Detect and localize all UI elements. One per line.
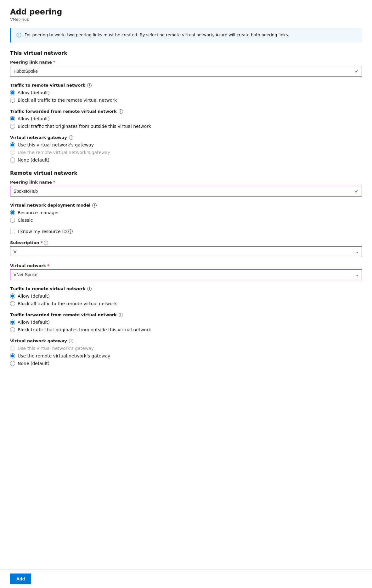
remote-peering-link-group: Peering link name * ✓ bbox=[10, 180, 362, 197]
this-peering-link-input-wrapper: ✓ bbox=[10, 66, 362, 77]
remote-traffic-remote-radio-group: Allow (default) Block all traffic to the… bbox=[10, 294, 362, 306]
remote-gateway-info-icon[interactable]: i bbox=[69, 339, 73, 343]
virtual-network-select[interactable]: VNet-Spoke bbox=[10, 269, 362, 280]
deployment-model-rm[interactable]: Resource manager bbox=[10, 210, 362, 215]
info-banner: ⓘ For peering to work, two peering links… bbox=[10, 28, 362, 43]
remote-gateway-radio-group: Use this virtual network's gateway Use t… bbox=[10, 346, 362, 366]
this-traffic-remote-radio-group: Allow (default) Block all traffic to the… bbox=[10, 90, 362, 103]
remote-traffic-forwarded-group: Traffic forwarded from remote virtual ne… bbox=[10, 312, 362, 332]
this-gateway-radio-group: Use this virtual network's gateway Use t… bbox=[10, 142, 362, 163]
page-subtitle: VNet-hub bbox=[10, 17, 362, 22]
traffic-remote-info-icon[interactable]: i bbox=[87, 83, 92, 88]
deployment-model-classic[interactable]: Classic bbox=[10, 218, 362, 223]
traffic-forwarded-info-icon[interactable]: i bbox=[119, 109, 123, 114]
remote-traffic-remote-block[interactable]: Block all traffic to the remote virtual … bbox=[10, 301, 362, 306]
this-traffic-forwarded-block[interactable]: Block traffic that originates from outsi… bbox=[10, 124, 362, 129]
remote-traffic-forwarded-info-icon[interactable]: i bbox=[119, 313, 123, 317]
required-star-3: * bbox=[40, 240, 42, 245]
resource-id-label: I know my resource ID i bbox=[18, 229, 73, 234]
subscription-select[interactable]: V bbox=[10, 246, 362, 257]
deployment-model-group: Virtual network deployment model i Resou… bbox=[10, 203, 362, 223]
resource-id-group: I know my resource ID i bbox=[10, 229, 362, 234]
info-banner-text: For peering to work, two peering links m… bbox=[25, 32, 289, 38]
this-traffic-remote-block[interactable]: Block all traffic to the remote virtual … bbox=[10, 98, 362, 103]
footer-bar: Add bbox=[0, 569, 372, 588]
remote-traffic-forwarded-allow[interactable]: Allow (default) bbox=[10, 320, 362, 325]
info-icon: ⓘ bbox=[16, 32, 21, 39]
remote-vnet-title: Remote virtual network bbox=[10, 170, 362, 176]
remote-gateway-this: Use this virtual network's gateway bbox=[10, 346, 362, 351]
remote-gateway-remote-label: Use the remote virtual network's gateway bbox=[18, 353, 110, 358]
subscription-select-wrapper: V ⌄ bbox=[10, 246, 362, 257]
required-star: * bbox=[53, 60, 55, 65]
remote-gateway-label: Virtual network gateway i bbox=[10, 339, 362, 343]
this-traffic-forwarded-allow[interactable]: Allow (default) bbox=[10, 116, 362, 121]
this-traffic-forwarded-label: Traffic forwarded from remote virtual ne… bbox=[10, 109, 362, 114]
this-peering-link-input[interactable] bbox=[10, 66, 362, 77]
remote-gateway-group: Virtual network gateway i Use this virtu… bbox=[10, 339, 362, 366]
this-gateway-none-label: None (default) bbox=[18, 157, 49, 163]
subscription-group: Subscription * i V ⌄ bbox=[10, 240, 362, 257]
this-peering-link-check-icon: ✓ bbox=[355, 68, 359, 74]
remote-gateway-remote[interactable]: Use the remote virtual network's gateway bbox=[10, 353, 362, 358]
this-traffic-forwarded-group: Traffic forwarded from remote virtual ne… bbox=[10, 109, 362, 129]
remote-peering-link-input-wrapper: ✓ bbox=[10, 186, 362, 197]
deployment-model-radio-group: Resource manager Classic bbox=[10, 210, 362, 223]
remote-traffic-remote-block-label: Block all traffic to the remote virtual … bbox=[18, 301, 117, 306]
this-vnet-title: This virtual network bbox=[10, 50, 362, 56]
virtual-network-group: Virtual network * VNet-Spoke ⌄ bbox=[10, 263, 362, 280]
remote-traffic-forwarded-block-label: Block traffic that originates from outsi… bbox=[18, 327, 151, 332]
remote-vnet-section: Remote virtual network Peering link name… bbox=[10, 170, 362, 366]
remote-traffic-forwarded-block[interactable]: Block traffic that originates from outsi… bbox=[10, 327, 362, 332]
remote-traffic-forwarded-radio-group: Allow (default) Block traffic that origi… bbox=[10, 320, 362, 332]
remote-traffic-remote-allow-label: Allow (default) bbox=[18, 294, 50, 299]
this-gateway-group: Virtual network gateway i Use this virtu… bbox=[10, 135, 362, 163]
page-title: Add peering bbox=[10, 8, 362, 16]
this-traffic-forwarded-block-label: Block traffic that originates from outsi… bbox=[18, 124, 151, 129]
this-peering-link-group: Peering link name * ✓ bbox=[10, 60, 362, 77]
remote-traffic-remote-allow[interactable]: Allow (default) bbox=[10, 294, 362, 299]
required-star-2: * bbox=[53, 180, 55, 185]
this-traffic-remote-block-label: Block all traffic to the remote virtual … bbox=[18, 98, 117, 103]
this-traffic-forwarded-radio-group: Allow (default) Block traffic that origi… bbox=[10, 116, 362, 129]
this-traffic-remote-allow-label: Allow (default) bbox=[18, 90, 50, 95]
remote-peering-link-check-icon: ✓ bbox=[355, 188, 359, 194]
remote-traffic-forwarded-label: Traffic forwarded from remote virtual ne… bbox=[10, 312, 362, 317]
required-star-4: * bbox=[47, 263, 49, 268]
deployment-model-label: Virtual network deployment model i bbox=[10, 203, 362, 208]
add-button[interactable]: Add bbox=[10, 574, 31, 584]
remote-traffic-remote-group: Traffic to remote virtual network i Allo… bbox=[10, 286, 362, 306]
this-gateway-info-icon[interactable]: i bbox=[69, 135, 73, 140]
this-traffic-remote-label: Traffic to remote virtual network i bbox=[10, 83, 362, 88]
remote-gateway-none[interactable]: None (default) bbox=[10, 361, 362, 366]
this-gateway-this-label: Use this virtual network's gateway bbox=[18, 142, 94, 147]
virtual-network-select-wrapper: VNet-Spoke ⌄ bbox=[10, 269, 362, 280]
remote-traffic-forwarded-allow-label: Allow (default) bbox=[18, 320, 50, 325]
this-gateway-remote: Use the remote virtual network's gateway bbox=[10, 150, 362, 155]
this-traffic-remote-group: Traffic to remote virtual network i Allo… bbox=[10, 83, 362, 103]
subscription-info-icon[interactable]: i bbox=[44, 241, 48, 245]
deployment-model-rm-label: Resource manager bbox=[18, 210, 59, 215]
resource-id-checkbox-item[interactable]: I know my resource ID i bbox=[10, 229, 362, 234]
this-gateway-remote-label: Use the remote virtual network's gateway bbox=[18, 150, 110, 155]
this-gateway-this[interactable]: Use this virtual network's gateway bbox=[10, 142, 362, 147]
remote-gateway-none-label: None (default) bbox=[18, 361, 49, 366]
remote-traffic-remote-label: Traffic to remote virtual network i bbox=[10, 286, 362, 291]
deployment-model-classic-label: Classic bbox=[18, 218, 33, 223]
remote-peering-link-input[interactable] bbox=[10, 186, 362, 197]
resource-id-info-icon[interactable]: i bbox=[68, 229, 73, 234]
this-gateway-none[interactable]: None (default) bbox=[10, 157, 362, 163]
deployment-model-info-icon[interactable]: i bbox=[92, 203, 97, 208]
subscription-label: Subscription * i bbox=[10, 240, 362, 245]
remote-gateway-this-label: Use this virtual network's gateway bbox=[18, 346, 94, 351]
this-traffic-forwarded-allow-label: Allow (default) bbox=[18, 116, 50, 121]
this-gateway-label: Virtual network gateway i bbox=[10, 135, 362, 140]
this-traffic-remote-allow[interactable]: Allow (default) bbox=[10, 90, 362, 95]
resource-id-checkbox[interactable] bbox=[10, 229, 15, 234]
this-peering-link-label: Peering link name * bbox=[10, 60, 362, 65]
virtual-network-label: Virtual network * bbox=[10, 263, 362, 268]
this-vnet-section: This virtual network Peering link name *… bbox=[10, 50, 362, 163]
remote-peering-link-label: Peering link name * bbox=[10, 180, 362, 185]
remote-traffic-remote-info-icon[interactable]: i bbox=[87, 287, 92, 291]
